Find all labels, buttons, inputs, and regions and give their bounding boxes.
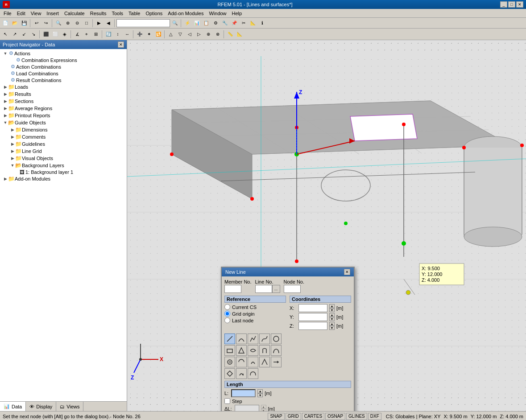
menu-item-results[interactable]: Results <box>87 10 109 17</box>
tb-undo[interactable]: ↩ <box>32 19 41 28</box>
tool-polyline[interactable] <box>248 334 258 344</box>
tb-11[interactable]: 🔧 <box>220 19 229 28</box>
badge-dxf[interactable]: DXF <box>368 413 381 420</box>
nav-close-button[interactable]: ✕ <box>118 41 124 48</box>
tb2-8[interactable]: ∡ <box>73 30 82 39</box>
tb2-4[interactable]: ↘ <box>29 30 38 39</box>
expand-icon-line-grid[interactable]: ▶ <box>10 149 15 153</box>
menu-item-calculate[interactable]: Calculate <box>62 10 87 17</box>
tab-views[interactable]: 🗂 Views <box>56 402 83 411</box>
tree-item-results[interactable]: ▶ 📁 Results <box>1 91 126 98</box>
member-no-input[interactable] <box>224 285 241 293</box>
coord-x-spinner[interactable]: ▲ ▼ <box>329 304 335 312</box>
tree-item-load-combinations[interactable]: ⚙ Load Combinations <box>1 70 126 77</box>
badge-glines[interactable]: GLINES <box>346 413 367 420</box>
menu-item-table[interactable]: Table <box>126 10 143 17</box>
coord-y-up[interactable]: ▲ <box>329 313 335 317</box>
tool-7[interactable] <box>224 357 235 367</box>
tb2-17[interactable]: △ <box>166 30 175 39</box>
length-input[interactable]: 4.000 <box>231 389 256 397</box>
tree-item-guidelines[interactable]: ▶ 📁 Guidelines <box>1 140 126 148</box>
radio-current-cs-input[interactable] <box>224 304 230 310</box>
tool-13[interactable] <box>236 368 247 379</box>
coord-x-input[interactable] <box>298 304 327 312</box>
tree-item-loads[interactable]: ▶ 📁 Loads <box>1 83 126 91</box>
tree-item-average-regions[interactable]: ▶ 📁 Average Regions <box>1 105 126 112</box>
tool-circle[interactable] <box>271 334 282 344</box>
tb2-15[interactable]: ✦ <box>145 30 153 39</box>
coord-z-up[interactable]: ▲ <box>329 322 335 326</box>
tree-item-actions[interactable]: ▼ ⚙ Actions <box>1 50 126 57</box>
tb2-9[interactable]: ⌖ <box>82 30 91 39</box>
dialog-close-button[interactable]: ✕ <box>344 269 350 275</box>
expand-icon-results[interactable]: ▶ <box>3 92 8 96</box>
tb2-16[interactable]: 🔁 <box>154 30 163 39</box>
tb-12[interactable]: 📌 <box>230 19 239 28</box>
tb2-13[interactable]: ↔ <box>123 30 132 39</box>
tree-item-line-grid[interactable]: ▶ 📁 Line Grid <box>1 148 126 155</box>
tb-15[interactable]: ℹ <box>258 19 267 28</box>
tree-item-bg-layer-1[interactable]: 🖼 1: Background layer 1 <box>1 169 126 175</box>
length-spinner[interactable]: ▲ ▼ <box>257 389 263 397</box>
dialog-title-bar[interactable]: New Line ✕ <box>222 268 354 276</box>
tb-4[interactable]: □ <box>82 19 91 28</box>
tb2-14[interactable]: ➕ <box>135 30 144 39</box>
menu-item-help[interactable]: Help <box>229 10 245 17</box>
length-down[interactable]: ▼ <box>257 393 263 397</box>
expand-icon-guide[interactable]: ▼ <box>3 120 8 125</box>
tool-6[interactable] <box>271 345 282 356</box>
tool-spline[interactable] <box>259 334 270 344</box>
tab-data[interactable]: 📊 Data <box>0 402 26 411</box>
coord-z-down[interactable]: ▼ <box>329 326 335 330</box>
tool-14[interactable] <box>248 368 258 379</box>
badge-osnap[interactable]: OSNAP <box>325 413 345 420</box>
menu-item-options[interactable]: Options <box>143 10 165 17</box>
tb-new[interactable]: 📄 <box>1 19 10 28</box>
tb-search[interactable]: 🔍 <box>170 19 179 28</box>
tree-item-sections[interactable]: ▶ 📁 Sections <box>1 98 126 105</box>
tb-5[interactable]: ▶ <box>95 19 104 28</box>
tree-item-background-layers[interactable]: ▼ 📂 Background Layers <box>1 162 126 169</box>
tree-item-guide-objects[interactable]: ▼ 📂 Guide Objects <box>1 119 126 126</box>
tb-open[interactable]: 📂 <box>10 19 19 28</box>
tb2-20[interactable]: ▷ <box>195 30 203 39</box>
tb2-10[interactable]: ⊞ <box>91 30 100 39</box>
menu-item-insert[interactable]: Insert <box>44 10 62 17</box>
menu-item-file[interactable]: File <box>1 10 14 17</box>
expand-icon-avg-regions[interactable]: ▶ <box>3 106 8 111</box>
expand-icon-addon[interactable]: ▶ <box>3 177 8 181</box>
menu-item-addon[interactable]: Add-on Modules <box>165 10 206 17</box>
delta-l-input[interactable] <box>235 405 259 411</box>
tool-11[interactable] <box>271 357 282 367</box>
tree-item-action-combinations[interactable]: ⚙ Action Combinations <box>1 63 126 70</box>
tb2-11[interactable]: 🔄 <box>104 30 113 39</box>
expand-icon-visual[interactable]: ▶ <box>10 156 15 161</box>
tool-8[interactable] <box>236 357 247 367</box>
node-no-input[interactable]: 26 <box>284 285 301 293</box>
canvas-area[interactable]: Z X: 9.500 Y: 12.000 Z: 4.000 X Z <box>127 40 526 411</box>
tb2-24[interactable]: 📐 <box>235 30 244 39</box>
search-input[interactable] <box>116 19 170 27</box>
tb2-1[interactable]: ↖ <box>1 30 10 39</box>
tb2-19[interactable]: ◁ <box>185 30 194 39</box>
expand-icon-loads[interactable]: ▶ <box>3 85 8 89</box>
coord-z-spinner[interactable]: ▲ ▼ <box>329 322 335 330</box>
tb-save[interactable]: 💾 <box>20 19 29 28</box>
tb-9[interactable]: 📋 <box>202 19 211 28</box>
tb-6[interactable]: ◀ <box>104 19 113 28</box>
tb2-2[interactable]: ↗ <box>10 30 19 39</box>
tb-14[interactable]: 📐 <box>249 19 257 28</box>
expand-icon-actions[interactable]: ▼ <box>3 51 8 56</box>
coord-x-down[interactable]: ▼ <box>329 308 335 312</box>
menu-item-edit[interactable]: Edit <box>14 10 28 17</box>
tool-10[interactable] <box>259 357 270 367</box>
tb-10[interactable]: ⚙ <box>211 19 220 28</box>
tool-5[interactable] <box>259 345 270 356</box>
coord-x-up[interactable]: ▲ <box>329 304 335 308</box>
badge-grid[interactable]: GRID <box>286 413 301 420</box>
tb2-5[interactable]: ⬛ <box>41 30 50 39</box>
length-up[interactable]: ▲ <box>257 389 263 393</box>
expand-icon-printout[interactable]: ▶ <box>3 113 8 118</box>
tool-3[interactable] <box>236 345 247 356</box>
step-checkbox[interactable] <box>224 398 230 404</box>
